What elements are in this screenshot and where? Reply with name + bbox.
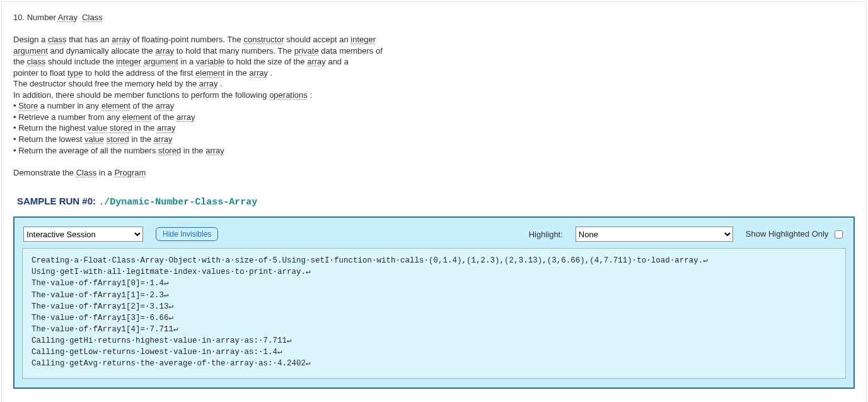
sample-run-label: SAMPLE RUN #0: <box>17 196 96 206</box>
text-span: The destructor should free the memory he… <box>13 79 199 88</box>
text-span: Demonstrate the <box>13 168 76 177</box>
text-line: Return the highest value stored in the a… <box>13 122 855 134</box>
glossary-term: element <box>101 101 130 110</box>
problem-statement: 10. Number Array Class Design a class th… <box>13 12 855 178</box>
glossary-term: element <box>195 68 224 78</box>
show-highlighted-only-label[interactable]: Show Highlighted Only <box>746 228 845 240</box>
glossary-term: array <box>154 134 173 144</box>
glossary-term: value <box>88 123 107 133</box>
text-span: to hold the size of the <box>224 57 307 66</box>
sample-run-panel: Interactive Session Hide Invisibles High… <box>13 216 855 389</box>
text-span: . <box>268 68 272 78</box>
text-span: data members of <box>319 46 383 56</box>
text-span: in a <box>178 57 196 66</box>
title-term-1: Class <box>82 13 103 22</box>
text-span: to hold that many numbers. The <box>174 46 294 56</box>
text-span: Return the highest <box>18 123 88 133</box>
text-span: in the <box>129 134 154 144</box>
glossary-term: integer <box>116 57 141 66</box>
text-span: the <box>13 57 27 66</box>
text-span: . <box>217 79 222 88</box>
glossary-term: element <box>122 112 151 122</box>
console-output: Creating·a·Float·Class·Array·Object·with… <box>22 248 846 379</box>
problem-closing: Demonstrate the Class in a Program <box>13 167 855 179</box>
text-span: in the <box>224 68 249 78</box>
glossary-term: stored <box>110 123 132 133</box>
glossary-term: Store <box>18 101 38 110</box>
glossary-term: argument <box>13 46 48 56</box>
text-line: pointer to float type to hold the addres… <box>13 68 855 79</box>
text-span: to hold the address of the first <box>83 68 196 78</box>
glossary-term: class <box>27 57 46 66</box>
text-span: should accept an <box>284 35 351 44</box>
glossary-term: array <box>157 123 176 133</box>
glossary-term: stored <box>158 146 181 155</box>
glossary-term: class <box>48 35 67 44</box>
glossary-term: array <box>176 112 195 122</box>
text-line: Demonstrate the Class in a Program <box>13 167 855 179</box>
sample-toolbar: Interactive Session Hide Invisibles High… <box>22 224 846 248</box>
glossary-term: Program <box>114 168 146 177</box>
hide-invisibles-button[interactable]: Hide Invisibles <box>156 227 218 241</box>
text-span: Return the average of all the numbers <box>18 146 158 155</box>
text-line: argument and dynamically allocate the ar… <box>13 45 855 57</box>
glossary-term: stored <box>107 134 129 144</box>
glossary-term: array <box>155 46 174 56</box>
glossary-term: type <box>67 68 83 78</box>
glossary-term: integer <box>350 35 376 44</box>
show-highlighted-only-checkbox[interactable] <box>835 230 843 239</box>
glossary-term: array <box>112 35 130 44</box>
text-span: should include the <box>45 57 116 66</box>
text-span: Retrieve a number from any <box>18 112 122 122</box>
glossary-term: constructor <box>243 35 284 44</box>
text-line: Store a number in any element of the arr… <box>13 100 855 112</box>
text-line: Return the lowest value stored in the ar… <box>13 134 855 145</box>
text-line: the class should include the integer arg… <box>13 56 855 68</box>
glossary-term: private <box>294 46 319 56</box>
problem-body: Design a class that has an array of floa… <box>13 34 855 100</box>
text-span: Return the lowest <box>18 134 84 144</box>
text-span: In addition, there should be member func… <box>13 90 269 100</box>
text-span: of the <box>130 101 156 110</box>
glossary-term: array <box>307 57 326 66</box>
text-line: Retrieve a number from any element of th… <box>13 112 855 123</box>
glossary-term: array <box>205 146 224 155</box>
text-line: Design a class that has an array of floa… <box>13 34 855 45</box>
glossary-term: variable <box>196 57 225 66</box>
glossary-term: Class <box>76 168 97 177</box>
glossary-term: value <box>84 134 104 144</box>
text-span: and a <box>326 57 349 66</box>
text-span: pointer to float <box>13 68 67 78</box>
text-line: In addition, there should be member func… <box>13 90 855 101</box>
highlight-select[interactable]: None <box>576 227 733 242</box>
problem-title: 10. Number Array Class <box>13 12 855 23</box>
text-line: The destructor should free the memory he… <box>13 78 855 90</box>
glossary-term: array <box>249 68 268 78</box>
glossary-term: argument <box>144 57 178 66</box>
show-highlighted-text: Show Highlighted Only <box>746 229 829 239</box>
problem-bullets: Store a number in any element of the arr… <box>13 100 855 156</box>
text-span: in the <box>181 146 205 155</box>
text-span: in a <box>96 168 114 177</box>
glossary-term: operations <box>269 90 308 100</box>
sample-run-command: ./Dynamic-Number-Class-Array <box>98 197 257 208</box>
highlight-label: Highlight: <box>529 230 563 239</box>
title-prefix: 10. Number <box>13 13 58 22</box>
text-span: of the <box>151 112 176 122</box>
page-container: 10. Number Array Class Design a class th… <box>1 1 867 402</box>
title-term-0: Array <box>58 13 78 22</box>
text-span: in the <box>132 123 157 133</box>
text-span: a number in any <box>38 101 101 110</box>
sample-run-heading: SAMPLE RUN #0: ./Dynamic-Number-Class-Ar… <box>13 196 855 208</box>
glossary-term: array <box>156 101 175 110</box>
text-span: and dynamically allocate the <box>48 46 156 56</box>
glossary-term: array <box>199 79 218 88</box>
text-span: Design a <box>13 35 48 44</box>
session-mode-select[interactable]: Interactive Session <box>23 227 143 242</box>
text-line: Return the average of all the numbers st… <box>13 145 855 157</box>
text-span: : <box>308 90 312 100</box>
text-span: that has an <box>67 35 112 44</box>
text-span: of floating-point numbers. The <box>130 35 244 44</box>
